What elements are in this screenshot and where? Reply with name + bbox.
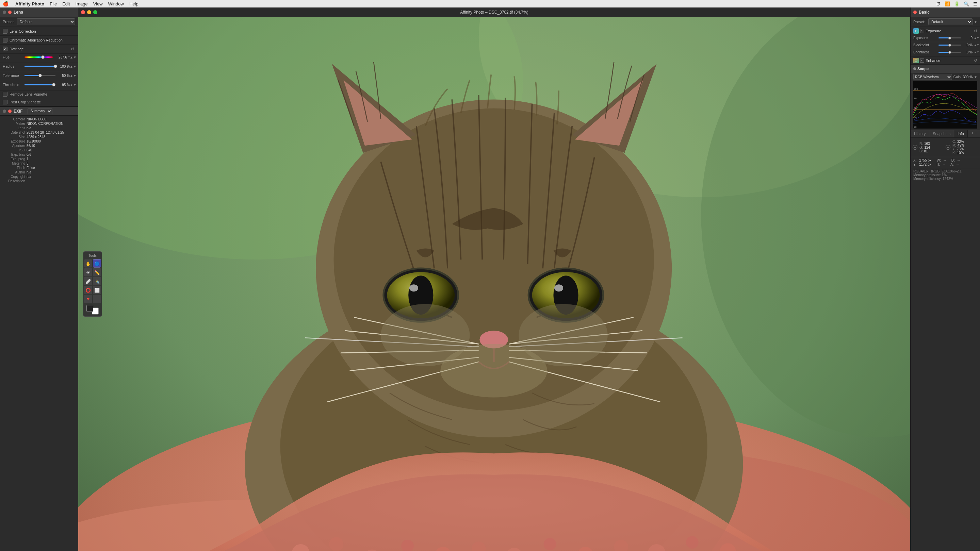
lens-correction-label: Lens Correction bbox=[10, 29, 75, 33]
exif-val: 0/6 bbox=[27, 153, 31, 156]
exif-row: Lensn/a bbox=[2, 126, 76, 130]
exif-row: Exp. prog1 bbox=[2, 157, 76, 161]
radius-fill bbox=[24, 66, 56, 67]
main-layout: Lens Preset: Default Lens Correction Chr… bbox=[0, 8, 495, 279]
exif-val: n/a bbox=[27, 175, 31, 179]
radius-section: Radius 100 % ▲▼ bbox=[0, 63, 78, 72]
defringe-checkbox[interactable]: ✓ bbox=[3, 47, 8, 51]
canvas-image[interactable]: Tools ✋ 🔵 👁 ✏️ 🩹 ✒️ ⭕ ⬜ 🔻 bbox=[78, 17, 495, 279]
exif-row: Exp. bias0/6 bbox=[2, 152, 76, 157]
exif-val: 1 bbox=[27, 157, 29, 161]
exif-row: ISO640 bbox=[2, 148, 76, 152]
exif-table: CameraNIKON D300MakerNIKON CORPORATIONLe… bbox=[0, 116, 78, 185]
threshold-track[interactable] bbox=[24, 84, 56, 86]
panel-close-dot[interactable] bbox=[8, 11, 11, 14]
remove-lens-vignette-checkbox[interactable] bbox=[3, 92, 8, 97]
exif-val: 640 bbox=[27, 148, 32, 152]
defringe-reset-button[interactable]: ↺ bbox=[70, 46, 75, 52]
app-name[interactable]: Affinity Photo bbox=[15, 2, 44, 6]
threshold-value: 95 % bbox=[57, 83, 70, 87]
exif-title: EXIF bbox=[14, 109, 23, 114]
hue-thumb[interactable] bbox=[41, 56, 45, 59]
menu-window[interactable]: Window bbox=[108, 2, 124, 6]
exif-row: Date shot2013-04-28T12:48:01.25 bbox=[2, 130, 76, 135]
hue-value: 237.6 bbox=[54, 56, 67, 59]
exif-summary-dropdown[interactable]: Summary bbox=[27, 108, 52, 114]
remove-lens-vignette-label: Remove Lens Vignette bbox=[10, 92, 47, 96]
exif-row: Metering5 bbox=[2, 161, 76, 166]
exif-val: NIKON D300 bbox=[27, 118, 46, 121]
cat-image bbox=[78, 17, 495, 279]
tolerance-label: Tolerance bbox=[3, 73, 23, 78]
pen-erase-button[interactable]: ✒️ bbox=[93, 277, 101, 279]
exif-row: Authorn/a bbox=[2, 170, 76, 175]
tolerance-stepper[interactable]: ▲▼ bbox=[71, 74, 75, 78]
menu-edit[interactable]: Edit bbox=[62, 2, 70, 6]
post-crop-vignette-label: Post Crop Vignette bbox=[10, 100, 41, 104]
hue-label: Hue bbox=[3, 55, 23, 59]
eyedropper-tool-button[interactable]: 👁 bbox=[84, 268, 92, 276]
defringe-item: ✓ Defringe ↺ bbox=[0, 44, 78, 54]
maximize-button[interactable] bbox=[93, 10, 97, 14]
apple-menu[interactable]: 🍎 bbox=[3, 1, 8, 6]
window-title: Affinity Photo – DSC_3782.tif (34.7%) bbox=[460, 10, 495, 14]
exif-row: CameraNIKON D300 bbox=[2, 117, 76, 121]
tolerance-fill bbox=[24, 75, 40, 76]
close-button[interactable] bbox=[81, 10, 85, 14]
exif-key: Size bbox=[2, 135, 25, 139]
heal-tool-button[interactable]: 🩹 bbox=[84, 277, 92, 279]
exif-val: NIKON CORPORATION bbox=[27, 122, 63, 125]
menubar: 🍎 Affinity Photo File Edit Image View Wi… bbox=[0, 0, 495, 8]
menu-help[interactable]: Help bbox=[129, 2, 138, 6]
exif-key: Aperture bbox=[2, 144, 25, 148]
tolerance-value: 50 % bbox=[57, 74, 70, 78]
exif-key: Metering bbox=[2, 162, 25, 165]
exif-key: Copyright bbox=[2, 175, 25, 179]
radius-thumb[interactable] bbox=[54, 65, 57, 68]
radius-stepper[interactable]: ▲▼ bbox=[71, 65, 75, 68]
lens-panel-title: Lens bbox=[14, 10, 23, 14]
exif-val: 5 bbox=[27, 162, 29, 165]
menu-file[interactable]: File bbox=[50, 2, 57, 6]
lens-panel-header: Lens bbox=[0, 8, 78, 17]
left-panel: Lens Preset: Default Lens Correction Chr… bbox=[0, 8, 78, 279]
threshold-thumb[interactable] bbox=[52, 83, 56, 86]
threshold-stepper[interactable]: ▲▼ bbox=[71, 83, 75, 87]
tools-panel: Tools ✋ 🔵 👁 ✏️ 🩹 ✒️ ⭕ ⬜ 🔻 bbox=[83, 251, 102, 279]
tolerance-thumb[interactable] bbox=[38, 74, 42, 77]
chromatic-aberration-checkbox[interactable] bbox=[3, 38, 8, 43]
menu-view[interactable]: View bbox=[93, 2, 103, 6]
chromatic-aberration-label: Chromatic Aberration Reduction bbox=[10, 38, 75, 42]
panel-collapse-dot[interactable] bbox=[3, 11, 6, 14]
exif-key: Maker bbox=[2, 122, 25, 125]
zoom-tool-button[interactable]: 🔵 bbox=[93, 259, 101, 268]
exif-row: FlashFalse bbox=[2, 166, 76, 170]
lens-correction-checkbox[interactable] bbox=[3, 29, 8, 34]
minimize-button[interactable] bbox=[87, 10, 91, 14]
exif-row: Copyrightn/a bbox=[2, 175, 76, 179]
tools-grid: ✋ 🔵 👁 ✏️ 🩹 ✒️ ⭕ ⬜ 🔻 bbox=[84, 259, 101, 279]
radius-track[interactable] bbox=[24, 66, 56, 67]
hue-section: Hue 237.6 ° ▲▼ bbox=[0, 54, 78, 63]
menu-image[interactable]: Image bbox=[76, 2, 88, 6]
hand-tool-button[interactable]: ✋ bbox=[84, 259, 92, 268]
exif-key: Camera bbox=[2, 118, 25, 121]
exif-key: Date shot bbox=[2, 130, 25, 134]
exif-row: Exposure10/10000 bbox=[2, 139, 76, 143]
post-crop-vignette-checkbox[interactable] bbox=[3, 100, 8, 105]
brush-tool-button[interactable]: ✏️ bbox=[93, 268, 101, 276]
chromatic-aberration-item: Chromatic Aberration Reduction bbox=[0, 36, 78, 44]
exif-val: n/a bbox=[27, 170, 31, 174]
exif-val: 56/10 bbox=[27, 144, 35, 148]
hue-stepper[interactable]: ▲▼ bbox=[71, 56, 75, 59]
traffic-lights bbox=[81, 10, 97, 14]
canvas-area: Affinity Photo – DSC_3782.tif (34.7%) bbox=[78, 8, 495, 279]
hue-track[interactable] bbox=[24, 56, 53, 58]
exif-close-dot[interactable] bbox=[8, 110, 11, 113]
exif-key: Flash bbox=[2, 166, 25, 170]
lens-preset-select[interactable]: Default bbox=[17, 18, 75, 25]
exif-collapse-dot[interactable] bbox=[3, 110, 6, 113]
lens-preset-label: Preset: bbox=[3, 20, 14, 24]
tolerance-track[interactable] bbox=[24, 75, 56, 76]
exif-val: 4289 x 2848 bbox=[27, 135, 45, 139]
